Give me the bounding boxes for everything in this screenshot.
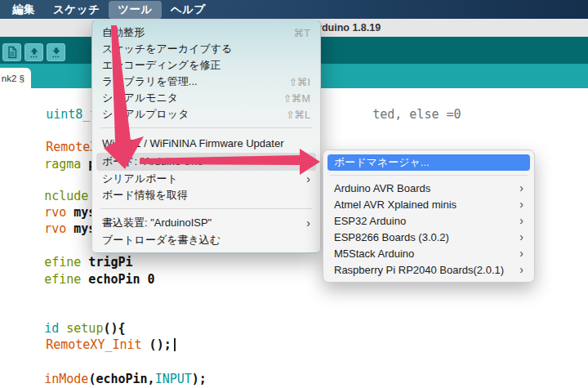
submenu-item-atmel-avr-xplained-minis[interactable]: Atmel AVR Xplained minis ›	[327, 196, 530, 212]
arrow-up-icon	[28, 46, 41, 59]
code-line: ted, else =0	[328, 90, 461, 139]
chevron-right-icon: ›	[519, 231, 523, 243]
code-token: ragma	[44, 157, 81, 172]
menu-separator	[330, 175, 528, 176]
menu-item-label: ESP32 Arduino	[334, 215, 519, 227]
shortcut-label: ⇧⌘I	[289, 76, 310, 88]
menu-separator	[100, 208, 312, 209]
arduino-ide-window: uint8_t conn ted, else =0 RemoteXY; ragm…	[0, 0, 588, 388]
shortcut-label: ⌘T	[294, 27, 310, 39]
menu-item-label: シリアルモニタ	[102, 91, 277, 105]
menu-item-label: ボード情報を取得	[102, 188, 310, 203]
code-token: efine	[44, 272, 81, 287]
chevron-right-icon: ›	[519, 248, 523, 259]
code-token: rvo	[44, 221, 66, 236]
menu-item-label: Raspberry Pi RP2040 Boards(2.0.1)	[334, 264, 519, 276]
menu-item-burn-bootloader[interactable]: ブートローダを書き込む	[92, 232, 320, 248]
menu-item-label: ESP8266 Boards (3.0.2)	[334, 231, 519, 243]
menu-item-label: 自動整形	[102, 25, 287, 40]
submenu-item-esp8266-boards[interactable]: ESP8266 Boards (3.0.2) ›	[327, 229, 530, 245]
shortcut-label: ⇧⌘M	[283, 92, 310, 105]
code-token: RemoteXY_Init	[46, 337, 141, 352]
menu-item-label: Arduino AVR Boards	[334, 182, 519, 194]
menu-item-label: ボード: "Arduino Uno"	[102, 154, 300, 169]
menu-item-manage-libraries[interactable]: ライブラリを管理... ⇧⌘I	[92, 74, 320, 90]
new-sketch-button[interactable]	[2, 43, 21, 61]
submenu-item-boards-manager[interactable]: ボードマネージャ...	[327, 154, 530, 171]
text-cursor	[174, 338, 176, 351]
submenu-item-raspberry-pi-rp2040-boards[interactable]: Raspberry Pi RP2040 Boards(2.0.1) ›	[327, 261, 530, 278]
menubar-item-edit[interactable]: 編集	[3, 1, 44, 19]
macos-menubar: 編集 スケッチ ツール ヘルプ	[0, 0, 588, 19]
menu-item-serial-plotter[interactable]: シリアルプロッタ ⇧⌘L	[92, 106, 320, 123]
menubar-item-sketch[interactable]: スケッチ	[44, 1, 109, 19]
menu-item-label: Atmel AVR Xplained minis	[334, 198, 519, 211]
menubar-item-help[interactable]: ヘルプ	[162, 1, 215, 19]
submenu-item-m5stack-arduino[interactable]: M5Stack Arduino ›	[327, 245, 530, 261]
code-token: ();	[142, 337, 172, 352]
menu-item-label: WiFi101 / WiFiNINA Firmware Updater	[102, 137, 310, 149]
menu-item-firmware-updater[interactable]: WiFi101 / WiFiNINA Firmware Updater	[92, 133, 320, 153]
menu-item-serial-monitor[interactable]: シリアルモニタ ⇧⌘M	[92, 90, 320, 106]
code-token: ted, else =0	[372, 107, 461, 122]
sketch-tab-label: nk2 §	[2, 74, 24, 83]
menu-item-label: スケッチをアーカイブする	[102, 42, 310, 56]
code-token: echoPin 0	[81, 272, 154, 287]
submenu-item-esp32-arduino[interactable]: ESP32 Arduino ›	[327, 212, 530, 229]
menu-item-label: ライブラリを管理...	[102, 74, 283, 89]
code-token: uint8_t	[46, 107, 97, 122]
chevron-right-icon: ›	[306, 156, 310, 167]
chevron-right-icon: ›	[519, 198, 523, 210]
menu-item-serial-port[interactable]: シリアルポート ›	[92, 171, 320, 187]
menu-item-programmer[interactable]: 書込装置: "ArduinoISP" ›	[92, 214, 320, 232]
menubar-item-tools[interactable]: ツール	[109, 1, 162, 19]
menu-item-auto-format[interactable]: 自動整形 ⌘T	[92, 25, 320, 41]
menu-item-archive-sketch[interactable]: スケッチをアーカイブする	[92, 41, 320, 57]
arrow-down-icon	[50, 46, 63, 59]
document-icon	[6, 46, 19, 59]
menu-item-label: ブートローダを書き込む	[102, 233, 310, 248]
code-line: efine echoPin 0	[0, 255, 155, 304]
menu-item-label: エンコーディングを修正	[102, 58, 310, 73]
sketch-tab[interactable]: nk2 §	[0, 68, 31, 88]
menu-item-label: シリアルポート	[102, 172, 300, 186]
menu-item-label: 書込装置: "ArduinoISP"	[102, 216, 300, 230]
save-sketch-button[interactable]	[47, 43, 65, 61]
submenu-item-arduino-avr-boards[interactable]: Arduino AVR Boards ›	[327, 180, 530, 196]
chevron-right-icon: ›	[519, 264, 523, 275]
menu-item-label: M5Stack Arduino	[334, 248, 519, 260]
chevron-right-icon: ›	[519, 182, 523, 194]
menu-item-board-info[interactable]: ボード情報を取得	[92, 187, 320, 203]
tools-menu: 自動整形 ⌘T スケッチをアーカイブする エンコーディングを修正 ライブラリを管…	[91, 20, 321, 253]
board-platform-list: Arduino AVR Boards › Atmel AVR Xplained …	[327, 180, 530, 278]
shortcut-label: ⇧⌘L	[286, 109, 310, 121]
board-submenu: ボードマネージャ... Arduino AVR Boards › Atmel A…	[323, 149, 535, 283]
menu-item-fix-encoding[interactable]: エンコーディングを修正	[92, 57, 320, 74]
menu-item-board[interactable]: ボード: "Arduino Uno" ›	[96, 153, 316, 171]
menu-separator	[100, 127, 312, 128]
code-line: inMode(trigPin,OUTPUT);	[0, 371, 214, 388]
chevron-right-icon: ›	[306, 173, 310, 185]
open-sketch-button[interactable]	[24, 43, 43, 61]
menu-item-label: ボードマネージャ...	[334, 155, 523, 170]
chevron-right-icon: ›	[519, 215, 523, 226]
menu-item-label: シリアルプロッタ	[102, 107, 279, 122]
chevron-right-icon: ›	[306, 217, 310, 229]
